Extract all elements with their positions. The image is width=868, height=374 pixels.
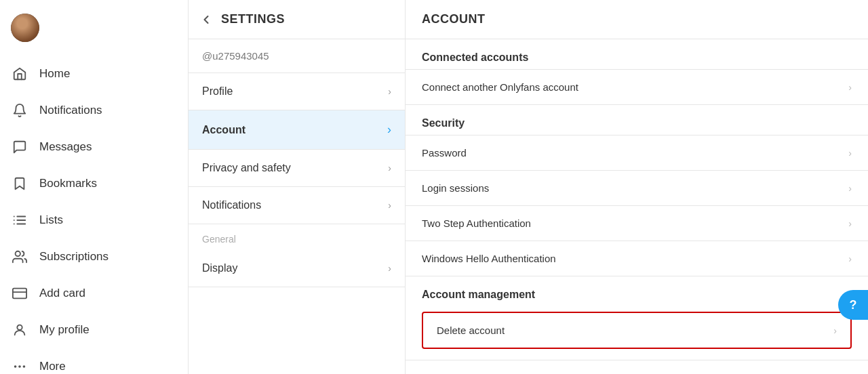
menu-item-profile[interactable]: Profile › xyxy=(189,73,405,110)
svg-point-10 xyxy=(19,366,20,367)
sidebar-item-subscriptions[interactable]: Subscriptions xyxy=(0,238,188,275)
sidebar-item-bookmarks-label: Bookmarks xyxy=(39,177,97,190)
sidebar-item-home[interactable]: Home xyxy=(0,56,188,92)
menu-item-display-label: Display xyxy=(202,262,237,274)
svg-point-6 xyxy=(16,251,20,256)
sidebar-item-my-profile-label: My profile xyxy=(39,323,90,337)
menu-item-profile-label: Profile xyxy=(202,85,233,98)
two-step-item[interactable]: Two Step Authentication › xyxy=(406,205,868,241)
username-row: @u275943045 xyxy=(189,39,405,73)
chevron-twostep-icon: › xyxy=(848,218,852,229)
general-section-label: General xyxy=(189,224,405,250)
sidebar-item-my-profile[interactable]: My profile xyxy=(0,312,188,348)
sidebar-item-more[interactable]: More xyxy=(0,348,188,374)
sidebar-item-bookmarks[interactable]: Bookmarks xyxy=(0,165,188,202)
security-title: Security xyxy=(406,105,868,135)
help-icon: ? xyxy=(850,298,857,312)
sidebar: Home Notifications Messages Bookmarks Li xyxy=(0,0,189,374)
connect-onlyfans-label: Connect another Onlyfans account xyxy=(422,81,578,93)
security-section: Security Password › Login sessions › Two… xyxy=(406,105,868,276)
two-step-label: Two Step Authentication xyxy=(422,217,531,229)
chevron-windows-icon: › xyxy=(848,253,852,264)
svg-point-9 xyxy=(17,325,22,330)
svg-rect-7 xyxy=(13,289,26,299)
avatar[interactable] xyxy=(11,14,39,42)
delete-account-label: Delete account xyxy=(437,325,505,336)
account-panel-title: ACCOUNT xyxy=(422,12,486,26)
sidebar-item-lists-label: Lists xyxy=(39,213,63,227)
username: @u275943045 xyxy=(202,50,269,62)
settings-header: SETTINGS xyxy=(189,0,405,39)
sidebar-item-add-card-label: Add card xyxy=(39,287,85,300)
sidebar-item-home-label: Home xyxy=(39,67,70,81)
chevron-right-icon: › xyxy=(388,86,391,97)
sidebar-item-lists[interactable]: Lists xyxy=(0,202,188,238)
settings-title: SETTINGS xyxy=(221,12,285,26)
chevron-right-icon-4: › xyxy=(388,263,391,274)
account-panel: ACCOUNT Connected accounts Connect anoth… xyxy=(406,0,868,374)
menu-item-notifications[interactable]: Notifications › xyxy=(189,187,405,224)
menu-item-privacy[interactable]: Privacy and safety › xyxy=(189,150,405,187)
sidebar-item-add-card[interactable]: Add card xyxy=(0,275,188,312)
chevron-right-icon-2: › xyxy=(388,163,391,173)
chevron-right-icon-3: › xyxy=(388,200,391,211)
sidebar-item-messages-label: Messages xyxy=(39,140,92,154)
sidebar-item-more-label: More xyxy=(39,360,66,373)
sidebar-item-notifications-label: Notifications xyxy=(39,104,102,117)
sidebar-item-messages[interactable]: Messages xyxy=(0,129,188,165)
message-icon xyxy=(11,138,28,156)
connected-accounts-title: Connected accounts xyxy=(406,39,868,69)
settings-panel: SETTINGS @u275943045 Profile › Account ›… xyxy=(189,0,406,374)
connected-accounts-section: Connected accounts Connect another Onlyf… xyxy=(406,39,868,105)
menu-item-account-label: Account xyxy=(202,124,245,136)
chevron-login-icon: › xyxy=(848,183,852,194)
login-sessions-item[interactable]: Login sessions › xyxy=(406,170,868,205)
menu-item-display[interactable]: Display › xyxy=(189,250,405,287)
account-management-title: Account management xyxy=(406,276,868,306)
card-icon xyxy=(11,285,28,302)
sidebar-nav: Home Notifications Messages Bookmarks Li xyxy=(0,56,188,374)
delete-account-item[interactable]: Delete account › xyxy=(422,312,852,349)
password-label: Password xyxy=(422,147,467,159)
connect-onlyfans-item[interactable]: Connect another Onlyfans account › xyxy=(406,69,868,104)
account-management-section: Account management Delete account › xyxy=(406,276,868,360)
subscriptions-icon xyxy=(11,248,28,266)
windows-hello-label: Windows Hello Authentication xyxy=(422,253,556,264)
more-icon xyxy=(11,358,28,374)
windows-hello-item[interactable]: Windows Hello Authentication › xyxy=(406,241,868,276)
account-panel-header: ACCOUNT xyxy=(406,0,868,39)
back-button[interactable] xyxy=(199,13,213,26)
chevron-delete-icon: › xyxy=(833,325,837,336)
svg-point-12 xyxy=(15,366,16,367)
sidebar-item-subscriptions-label: Subscriptions xyxy=(39,250,108,264)
help-button[interactable]: ? xyxy=(838,290,868,320)
profile-icon xyxy=(11,321,28,339)
chevron-password-icon: › xyxy=(848,148,852,159)
menu-item-privacy-label: Privacy and safety xyxy=(202,162,291,174)
home-icon xyxy=(11,65,28,83)
chevron-connect-icon: › xyxy=(848,82,852,93)
password-item[interactable]: Password › xyxy=(406,135,868,170)
bell-icon xyxy=(11,102,28,119)
list-icon xyxy=(11,211,28,229)
svg-point-11 xyxy=(24,366,25,367)
chevron-right-active-icon: › xyxy=(387,123,391,137)
login-sessions-label: Login sessions xyxy=(422,182,489,194)
menu-item-notifications-label: Notifications xyxy=(202,199,261,211)
sidebar-item-notifications[interactable]: Notifications xyxy=(0,92,188,129)
menu-item-account[interactable]: Account › xyxy=(189,110,405,150)
bookmark-icon xyxy=(11,175,28,192)
